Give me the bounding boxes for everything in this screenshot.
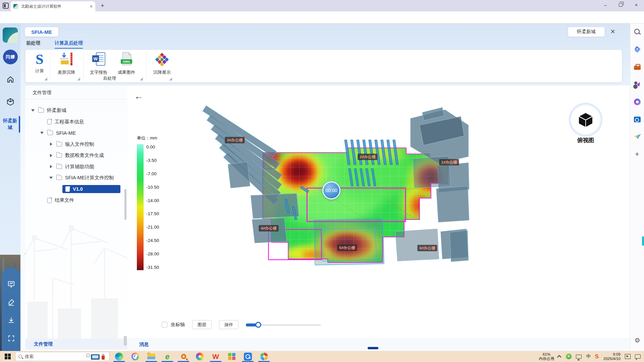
picviewer-icon	[196, 353, 204, 360]
fullscreen-icon[interactable]	[7, 335, 15, 342]
tree-caret-icon[interactable]	[49, 154, 53, 157]
taskbar-app-sogou-search[interactable]	[177, 351, 190, 362]
sidebar-copilot-icon[interactable]	[633, 80, 642, 89]
tree-item-body[interactable]: 结果文件	[44, 196, 120, 205]
rail-project-item[interactable]: 怀柔新城	[1, 117, 19, 131]
tree-item-body[interactable]: 计算辅助功能	[53, 162, 120, 171]
taskbar-search[interactable]: 搜索	[15, 352, 109, 361]
text-report-button[interactable]: W 文字报告	[86, 52, 112, 75]
settlement-display-button[interactable]: 沉降展示	[149, 52, 175, 75]
group-expand-icon[interactable]	[77, 77, 80, 80]
taskbar-app-wps[interactable]: W	[209, 351, 222, 362]
sidebar-settings-icon[interactable]: ⚙	[633, 336, 642, 345]
model-cube-icon[interactable]	[6, 98, 14, 106]
chart-monitor-icon[interactable]	[7, 280, 15, 288]
panel-scrollbar[interactable]	[124, 189, 126, 220]
tree-item-body[interactable]: 数据检查文件生成	[53, 151, 120, 160]
slider-thumb[interactable]	[255, 322, 261, 328]
sidebar-outlook-icon[interactable]	[633, 115, 642, 124]
sidebar-search-icon[interactable]	[633, 28, 642, 37]
tree-item[interactable]: 数据检查文件生成	[25, 150, 125, 161]
message-panel-handle[interactable]	[368, 347, 378, 349]
tree-item-body[interactable]: 工程基本信息	[44, 117, 120, 126]
animation-time-button[interactable]: 00:00	[322, 181, 340, 199]
model-viewer[interactable]: ← 单位：mm 0.00-3.50-7.00-10.50-14.00-17.50…	[127, 85, 630, 339]
user-avatar[interactable]: 闫娜	[3, 50, 18, 64]
sogou-ime-icon[interactable]: S	[595, 353, 599, 360]
ime-indicator[interactable]: 中	[586, 354, 591, 360]
tree-item[interactable]: 怀柔新城	[25, 105, 125, 116]
svg-text:DWG: DWG	[123, 60, 130, 63]
tree-item[interactable]: 计算辅助功能	[25, 161, 125, 173]
app-close-icon[interactable]: ×	[610, 27, 615, 36]
diff-settlement-button[interactable]: 差异沉降	[53, 52, 79, 75]
tree-caret-icon[interactable]	[49, 177, 53, 179]
tab-calc-postprocess[interactable]: 计算及后处理	[55, 40, 83, 49]
start-button[interactable]	[0, 354, 15, 360]
project-button[interactable]: 怀柔新城	[568, 27, 605, 37]
annotate-pen-icon[interactable]	[7, 298, 15, 306]
window-close-button[interactable]: ×	[631, 2, 641, 8]
opacity-slider[interactable]	[246, 322, 321, 328]
taskbar-app-capture[interactable]	[129, 351, 142, 362]
safety-360-icon[interactable]: +	[566, 354, 572, 359]
sidebar-drop-icon[interactable]	[633, 132, 642, 141]
calc-button[interactable]: S 计算	[26, 52, 53, 74]
tree-item-body[interactable]: SFIA-ME	[44, 129, 120, 137]
message-tab[interactable]: 消息	[139, 342, 149, 348]
tree-item-body[interactable]: 输入文件控制	[53, 140, 120, 149]
view-cube-label: 俯视图	[570, 136, 602, 144]
display-network-icon[interactable]	[576, 355, 582, 359]
tree-item[interactable]: 输入文件控制	[25, 139, 125, 150]
operate-button[interactable]: 操作	[219, 320, 238, 329]
taskbar-app-officegrid[interactable]	[225, 351, 238, 362]
group-expand-icon[interactable]	[44, 77, 47, 80]
tree-item[interactable]: SFIA-ME计算文件控制	[25, 172, 125, 184]
notification-center-icon[interactable]	[635, 354, 641, 359]
taskbar-app-edge[interactable]	[113, 351, 125, 362]
tab-actions-icon[interactable]	[3, 3, 9, 9]
memory-usage[interactable]: 61%内存占用	[539, 352, 554, 361]
sidebar-designer-icon[interactable]	[633, 98, 642, 106]
tree-item-body[interactable]: 怀柔新城	[35, 106, 120, 115]
window-minimize-button[interactable]: –	[600, 2, 610, 8]
app-logo[interactable]	[3, 27, 18, 43]
tree-caret-icon[interactable]	[40, 132, 44, 134]
viewer-back-button[interactable]: ←	[134, 92, 143, 101]
tree-item[interactable]: 结果文件	[25, 195, 125, 206]
axes-checkbox[interactable]	[162, 322, 167, 327]
taskbar-app-explorer[interactable]	[145, 351, 158, 362]
tree-item[interactable]: 工程基本信息	[25, 116, 125, 128]
taskbar-app-qapp[interactable]	[241, 351, 254, 362]
browser-tab[interactable]: 北勘岩土设计计算软件 ×	[11, 1, 95, 11]
tree-caret-icon[interactable]	[49, 142, 53, 146]
layers-button[interactable]: 图层	[192, 320, 212, 329]
download-icon[interactable]	[7, 316, 15, 324]
new-tab-button[interactable]: +	[101, 2, 104, 9]
tree-caret-icon[interactable]	[31, 109, 35, 112]
tree-item-body[interactable]: SFIA-ME计算文件控制	[53, 173, 120, 182]
group-expand-icon[interactable]	[140, 77, 143, 80]
result-drawing-button[interactable]: DWG 成果图件	[113, 52, 140, 75]
sidebar-add-icon[interactable]: +	[633, 150, 642, 159]
tree-caret-icon[interactable]	[49, 165, 53, 168]
sidebar-shopping-icon[interactable]	[633, 45, 642, 54]
group-expand-icon[interactable]	[169, 77, 172, 80]
clock-date[interactable]: 9:092025/4/10	[603, 352, 621, 361]
file-panel-footer[interactable]: 文件管理	[25, 339, 127, 350]
tab-preprocess[interactable]: 前处理	[26, 40, 40, 46]
window-restore-button[interactable]	[619, 3, 623, 7]
sidebar-toolbox-icon[interactable]	[633, 63, 642, 71]
touch-keyboard-icon[interactable]	[625, 354, 631, 359]
panel-scrollbar-bottom[interactable]	[124, 336, 127, 346]
view-cube[interactable]	[569, 103, 602, 136]
tree-item-selected[interactable]: V1.0	[62, 185, 120, 193]
tray-expand-icon[interactable]	[557, 355, 561, 359]
taskbar-app-e360[interactable]: e	[161, 351, 174, 362]
tree-item[interactable]: SFIA-ME	[25, 127, 125, 139]
taskbar-app-pinwheel[interactable]	[258, 351, 270, 362]
taskbar-app-picviewer[interactable]	[193, 351, 206, 362]
home-nav-icon[interactable]	[6, 75, 14, 83]
tree-item[interactable]: V1.0	[25, 184, 125, 195]
tab-close-icon[interactable]: ×	[90, 4, 93, 9]
